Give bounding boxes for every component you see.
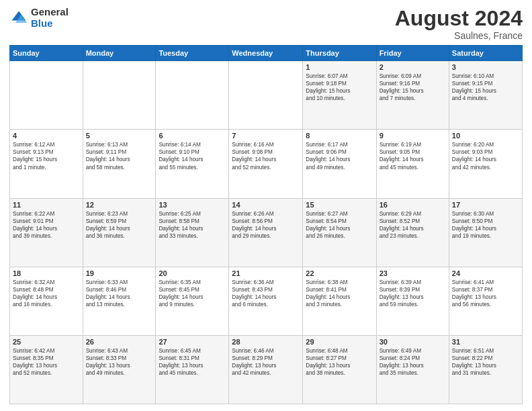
- day-number: 17: [452, 201, 519, 209]
- day-number: 27: [159, 338, 226, 346]
- day-info: Sunrise: 6:39 AM Sunset: 8:39 PM Dayligh…: [380, 279, 446, 308]
- calendar-cell: 28Sunrise: 6:46 AM Sunset: 8:29 PM Dayli…: [229, 335, 303, 404]
- calendar-cell: 10Sunrise: 6:20 AM Sunset: 9:03 PM Dayli…: [449, 130, 522, 198]
- logo-icon: [9, 9, 28, 28]
- week-row-5: 25Sunrise: 6:42 AM Sunset: 8:35 PM Dayli…: [10, 335, 523, 404]
- day-info: Sunrise: 6:30 AM Sunset: 8:50 PM Dayligh…: [452, 210, 519, 240]
- day-number: 2: [380, 63, 446, 71]
- location: Saulnes, France: [395, 30, 523, 41]
- calendar-cell: 3Sunrise: 6:10 AM Sunset: 9:15 PM Daylig…: [449, 61, 522, 130]
- calendar-cell: [10, 61, 83, 130]
- day-number: 25: [13, 338, 80, 346]
- weekday-header-tuesday: Tuesday: [156, 46, 229, 61]
- calendar-cell: 18Sunrise: 6:32 AM Sunset: 8:48 PM Dayli…: [10, 267, 83, 335]
- week-row-1: 1Sunrise: 6:07 AM Sunset: 9:18 PM Daylig…: [10, 61, 523, 130]
- day-number: 1: [306, 63, 373, 71]
- calendar-body: 1Sunrise: 6:07 AM Sunset: 9:18 PM Daylig…: [10, 61, 523, 404]
- day-info: Sunrise: 6:16 AM Sunset: 9:08 PM Dayligh…: [232, 141, 300, 171]
- calendar-cell: 12Sunrise: 6:23 AM Sunset: 8:59 PM Dayli…: [83, 198, 156, 267]
- day-info: Sunrise: 6:17 AM Sunset: 9:06 PM Dayligh…: [306, 141, 373, 171]
- day-number: 24: [452, 269, 519, 277]
- day-number: 11: [13, 201, 80, 209]
- calendar-cell: 26Sunrise: 6:43 AM Sunset: 8:33 PM Dayli…: [83, 335, 156, 404]
- day-info: Sunrise: 6:43 AM Sunset: 8:33 PM Dayligh…: [86, 347, 153, 377]
- calendar-cell: 8Sunrise: 6:17 AM Sunset: 9:06 PM Daylig…: [303, 130, 376, 198]
- month-year: August 2024: [395, 7, 523, 30]
- day-info: Sunrise: 6:42 AM Sunset: 8:35 PM Dayligh…: [13, 347, 80, 377]
- calendar-cell: 30Sunrise: 6:49 AM Sunset: 8:24 PM Dayli…: [376, 335, 449, 404]
- calendar-cell: [229, 61, 303, 130]
- calendar-cell: [83, 61, 156, 130]
- week-row-3: 11Sunrise: 6:22 AM Sunset: 9:01 PM Dayli…: [10, 198, 523, 267]
- day-number: 28: [232, 338, 300, 346]
- calendar-cell: 25Sunrise: 6:42 AM Sunset: 8:35 PM Dayli…: [10, 335, 83, 404]
- day-info: Sunrise: 6:51 AM Sunset: 8:22 PM Dayligh…: [452, 347, 519, 377]
- header: General Blue August 2024 Saulnes, France: [9, 7, 523, 41]
- calendar-cell: 2Sunrise: 6:09 AM Sunset: 9:16 PM Daylig…: [376, 61, 449, 130]
- calendar-cell: 4Sunrise: 6:12 AM Sunset: 9:13 PM Daylig…: [10, 130, 83, 198]
- weekday-header-monday: Monday: [83, 46, 156, 61]
- day-number: 15: [306, 201, 373, 209]
- day-info: Sunrise: 6:22 AM Sunset: 9:01 PM Dayligh…: [13, 210, 80, 240]
- calendar-cell: 19Sunrise: 6:33 AM Sunset: 8:46 PM Dayli…: [83, 267, 156, 335]
- day-number: 5: [86, 132, 153, 140]
- day-info: Sunrise: 6:14 AM Sunset: 9:10 PM Dayligh…: [159, 141, 226, 171]
- day-number: 31: [452, 338, 519, 346]
- day-info: Sunrise: 6:13 AM Sunset: 9:11 PM Dayligh…: [86, 141, 153, 171]
- day-number: 12: [86, 201, 153, 209]
- weekday-header-sunday: Sunday: [10, 46, 83, 61]
- day-number: 4: [13, 132, 80, 140]
- day-number: 16: [380, 201, 446, 209]
- day-info: Sunrise: 6:23 AM Sunset: 8:59 PM Dayligh…: [86, 210, 153, 240]
- day-info: Sunrise: 6:35 AM Sunset: 8:45 PM Dayligh…: [159, 279, 226, 308]
- calendar-cell: 20Sunrise: 6:35 AM Sunset: 8:45 PM Dayli…: [156, 267, 229, 335]
- day-number: 23: [380, 269, 446, 277]
- day-info: Sunrise: 6:48 AM Sunset: 8:27 PM Dayligh…: [306, 347, 373, 377]
- day-info: Sunrise: 6:49 AM Sunset: 8:24 PM Dayligh…: [380, 347, 446, 377]
- day-info: Sunrise: 6:26 AM Sunset: 8:56 PM Dayligh…: [232, 210, 300, 240]
- day-number: 6: [159, 132, 226, 140]
- weekday-header-friday: Friday: [376, 46, 449, 61]
- day-info: Sunrise: 6:38 AM Sunset: 8:41 PM Dayligh…: [306, 279, 373, 308]
- day-number: 20: [159, 269, 226, 277]
- weekday-header-wednesday: Wednesday: [229, 46, 303, 61]
- weekday-header-thursday: Thursday: [303, 46, 376, 61]
- calendar-cell: 16Sunrise: 6:29 AM Sunset: 8:52 PM Dayli…: [376, 198, 449, 267]
- day-info: Sunrise: 6:33 AM Sunset: 8:46 PM Dayligh…: [86, 279, 153, 308]
- day-number: 18: [13, 269, 80, 277]
- calendar-cell: 22Sunrise: 6:38 AM Sunset: 8:41 PM Dayli…: [303, 267, 376, 335]
- calendar-cell: [156, 61, 229, 130]
- calendar-cell: 6Sunrise: 6:14 AM Sunset: 9:10 PM Daylig…: [156, 130, 229, 198]
- day-info: Sunrise: 6:19 AM Sunset: 9:05 PM Dayligh…: [380, 141, 446, 171]
- day-info: Sunrise: 6:27 AM Sunset: 8:54 PM Dayligh…: [306, 210, 373, 240]
- logo-general-text: General: [31, 7, 69, 18]
- calendar-cell: 13Sunrise: 6:25 AM Sunset: 8:58 PM Dayli…: [156, 198, 229, 267]
- calendar-cell: 24Sunrise: 6:41 AM Sunset: 8:37 PM Dayli…: [449, 267, 522, 335]
- day-number: 21: [232, 269, 300, 277]
- day-info: Sunrise: 6:46 AM Sunset: 8:29 PM Dayligh…: [232, 347, 300, 377]
- calendar-cell: 17Sunrise: 6:30 AM Sunset: 8:50 PM Dayli…: [449, 198, 522, 267]
- day-number: 22: [306, 269, 373, 277]
- page: General Blue August 2024 Saulnes, France…: [0, 0, 532, 411]
- logo-blue-text: Blue: [31, 18, 69, 30]
- day-info: Sunrise: 6:32 AM Sunset: 8:48 PM Dayligh…: [13, 279, 80, 308]
- day-info: Sunrise: 6:25 AM Sunset: 8:58 PM Dayligh…: [159, 210, 226, 240]
- day-number: 26: [86, 338, 153, 346]
- calendar-cell: 31Sunrise: 6:51 AM Sunset: 8:22 PM Dayli…: [449, 335, 522, 404]
- weekday-header-saturday: Saturday: [449, 46, 522, 61]
- day-info: Sunrise: 6:12 AM Sunset: 9:13 PM Dayligh…: [13, 141, 80, 171]
- calendar-cell: 23Sunrise: 6:39 AM Sunset: 8:39 PM Dayli…: [376, 267, 449, 335]
- calendar-cell: 21Sunrise: 6:36 AM Sunset: 8:43 PM Dayli…: [229, 267, 303, 335]
- day-number: 14: [232, 201, 300, 209]
- day-info: Sunrise: 6:07 AM Sunset: 9:18 PM Dayligh…: [306, 73, 373, 102]
- calendar-cell: 9Sunrise: 6:19 AM Sunset: 9:05 PM Daylig…: [376, 130, 449, 198]
- calendar-cell: 1Sunrise: 6:07 AM Sunset: 9:18 PM Daylig…: [303, 61, 376, 130]
- calendar-cell: 27Sunrise: 6:45 AM Sunset: 8:31 PM Dayli…: [156, 335, 229, 404]
- day-info: Sunrise: 6:41 AM Sunset: 8:37 PM Dayligh…: [452, 279, 519, 308]
- calendar-header: SundayMondayTuesdayWednesdayThursdayFrid…: [10, 46, 523, 61]
- logo-text: General Blue: [31, 7, 69, 29]
- calendar-cell: 15Sunrise: 6:27 AM Sunset: 8:54 PM Dayli…: [303, 198, 376, 267]
- day-number: 10: [452, 132, 519, 140]
- day-info: Sunrise: 6:20 AM Sunset: 9:03 PM Dayligh…: [452, 141, 519, 171]
- day-info: Sunrise: 6:09 AM Sunset: 9:16 PM Dayligh…: [380, 73, 446, 102]
